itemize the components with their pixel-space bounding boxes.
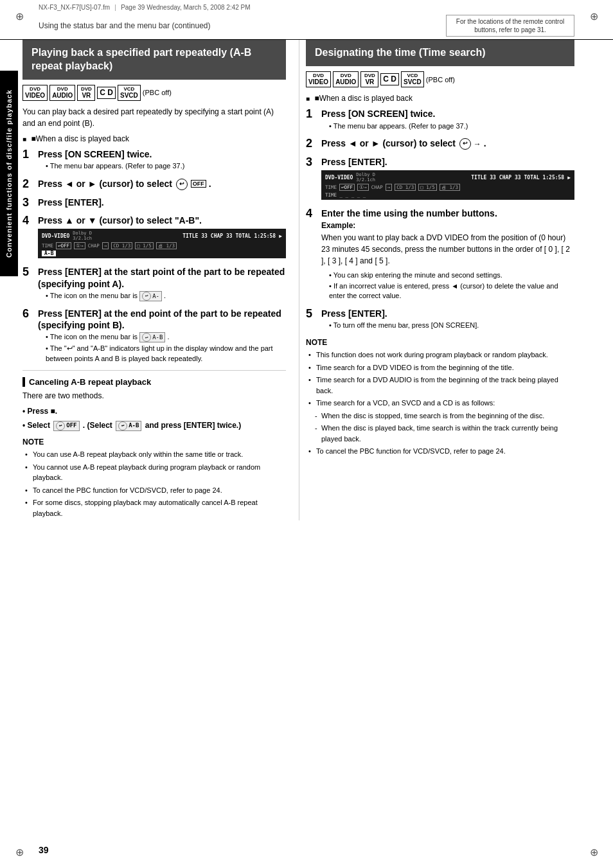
right-step-1-note: The menu bar appears. (Refer to page 37.… [329,121,574,131]
right-step-5-content: Press [ENTER]. To turn off the menu bar,… [321,308,574,332]
right-format-badges: DVD VIDEO DVD AUDIO DVD VR C D VCD SVCD [306,71,574,88]
right-step-4-title: Enter the time using the number buttons. [321,208,574,219]
left-note-1: You can use A-B repeat playback only wit… [22,449,286,460]
step-3-content: Press [ENTER]. [38,197,286,209]
corner-mark-bl: ⊕ [13,846,26,858]
breadcrumb-bar: Using the status bar and the menu bar (c… [0,12,613,40]
corner-mark-tl: ⊕ [13,10,26,22]
step-5-content: Press [ENTER] at the start point of the … [38,266,286,302]
divider-1 [22,370,286,371]
cancel-method-2: • Select ↩OFF . (Select ↩A-B and press [… [22,420,286,431]
right-step-num-5: 5 [306,308,317,332]
remote-note-text: For the locations of the remote control … [456,18,564,33]
right-note-title: NOTE [306,338,574,347]
cancel-method-1: • Press ■. [22,405,286,417]
remote-note-box: For the locations of the remote control … [446,15,574,37]
left-step-4: 4 Press ▲ or ▼ (cursor) to select "A-B".… [22,215,286,261]
step-1-title: Press [ON SCREEN] twice. [38,148,286,160]
left-note-3: To cancel the PBC function for VCD/SVCD,… [22,485,286,496]
left-note-2: You cannot use A-B repeat playback durin… [22,462,286,483]
step-num-6: 6 [22,308,34,365]
step-num-2: 2 [22,178,34,191]
example-label: Example: [321,221,574,230]
right-disc-note: ■When a disc is played back [306,93,574,104]
right-badge-dvd-vr: DVD VR [360,71,378,88]
right-note-4: Time search for a VCD, an SVCD and a CD … [306,398,574,409]
right-column: Designating the time (Time search) DVD V… [299,40,574,520]
sidebar-label-text: Convenient functions of disc/file playba… [5,89,13,258]
page-info-label: Page 39 Wednesday, March 5, 2008 2:42 PM [121,4,250,11]
step-num-4: 4 [22,215,34,261]
left-step-3: 3 Press [ENTER]. [22,197,286,209]
left-disc-note: ■When a disc is played back [22,133,286,145]
badge-dvd-audio: DVD AUDIO [49,85,75,102]
left-note-4: For some discs, stopping playback may au… [22,497,286,518]
right-note-3: Time search for a DVD AUDIO is from the … [306,375,574,396]
left-step-2: 2 Press ◄ or ► (cursor) to select ↩ OFF … [22,178,286,191]
right-step-2: 2 Press ◄ or ► (cursor) to select ↩ → . [306,137,574,151]
top-meta: NX-F3_NX-F7[US]-07.fm Page 39 Wednesday,… [0,0,613,12]
right-step-4-note-1: You can skip entering the minute and sec… [329,270,574,280]
right-step-5-note: To turn off the menu bar, press [ON SCRE… [329,321,574,330]
left-format-badges: DVD VIDEO DVD AUDIO DVD VR C D VCD SVCD [22,85,286,102]
right-step-4-note-2: If an incorrect value is entered, press … [329,281,574,301]
badge-cd: C D [97,87,116,98]
right-step-num-2: 2 [306,137,317,151]
right-step-3-display: DVD-VIDEO Dolby D3/2.1ch TITLE 33 CHAP 3… [321,170,574,200]
right-step-2-title: Press ◄ or ► (cursor) to select ↩ → . [321,137,574,150]
page: ⊕ ⊕ ⊕ ⊕ NX-F3_NX-F7[US]-07.fm Page 39 We… [0,0,613,868]
right-note-dash-1: When the disc is stopped, time search is… [306,411,574,421]
right-step-num-3: 3 [306,156,317,202]
right-step-4: 4 Enter the time using the number button… [306,208,574,302]
left-pbc-note: (PBC off) [143,89,172,96]
left-step-6: 6 Press [ENTER] at the end point of the … [22,308,286,365]
step-2-content: Press ◄ or ► (cursor) to select ↩ OFF . [38,178,286,191]
left-section-title: Playing back a specified part repeatedly… [22,40,286,80]
meta-divider [115,4,116,11]
step-1-content: Press [ON SCREEN] twice. The menu bar ap… [38,148,286,173]
badge-vcd-svcd: VCD SVCD [118,85,141,102]
page-number: 39 [39,845,49,855]
badge-dvd-vr: DVD VR [77,85,95,102]
cancel-intro: There are two methods. [22,390,286,402]
right-badge-dvd-audio: DVD AUDIO [333,71,359,88]
right-step-1-title: Press [ON SCREEN] twice. [321,108,574,120]
step-4-display: DVD-VIDEO Dolby D3/2.1ch TITLE 33 CHAP 3… [38,229,286,258]
right-note-dash-2: When the disc is played back, time searc… [306,423,574,444]
right-step-num-4: 4 [306,208,317,302]
step-num-5: 5 [22,266,34,302]
right-step-num-1: 1 [306,108,317,132]
step-6-note-1: The icon on the menu bar is ↩A-B . [46,332,286,342]
main-content: Playing back a specified part repeatedly… [0,40,613,533]
right-step-2-content: Press ◄ or ► (cursor) to select ↩ → . [321,137,574,151]
right-note-5: To cancel the PBC function for VCD/SVCD,… [306,446,574,457]
right-badge-vcd-svcd: VCD SVCD [401,71,424,88]
step-5-title: Press [ENTER] at the start point of the … [38,266,286,289]
step-2-title: Press ◄ or ► (cursor) to select ↩ OFF . [38,178,286,190]
left-intro-text: You can play back a desired part repeate… [22,106,286,129]
badge-dvd-video: DVD VIDEO [22,85,48,102]
right-badge-dvd-video: DVD VIDEO [306,71,331,88]
right-step-3-content: Press [ENTER]. DVD-VIDEO Dolby D3/2.1ch … [321,156,574,202]
step-3-title: Press [ENTER]. [38,197,286,208]
step-4-title: Press ▲ or ▼ (cursor) to select "A-B". [38,215,286,226]
left-step-1: 1 Press [ON SCREEN] twice. The menu bar … [22,148,286,173]
right-note-2: Time search for a DVD VIDEO is from the … [306,362,574,373]
step-6-title: Press [ENTER] at the end point of the pa… [38,308,286,331]
right-step-1: 1 Press [ON SCREEN] twice. The menu bar … [306,108,574,132]
right-step-5-title: Press [ENTER]. [321,308,574,319]
step-4-content: Press ▲ or ▼ (cursor) to select "A-B". D… [38,215,286,261]
step-num-1: 1 [22,148,34,173]
corner-mark-br: ⊕ [587,846,600,858]
step-num-3: 3 [22,197,34,209]
step-6-content: Press [ENTER] at the end point of the pa… [38,308,286,365]
left-note-title: NOTE [22,438,286,447]
right-pbc-note: (PBC off) [426,76,455,84]
left-column: Playing back a specified part repeatedly… [22,40,299,520]
step-5-note: The icon on the menu bar is ↩A- . [46,291,286,301]
right-badge-cd: C D [380,73,399,85]
left-step-5: 5 Press [ENTER] at the start point of th… [22,266,286,302]
corner-mark-tr: ⊕ [587,10,600,22]
left-note-section: NOTE You can use A-B repeat playback onl… [22,438,286,518]
right-note-1: This function does not work during progr… [306,350,574,360]
